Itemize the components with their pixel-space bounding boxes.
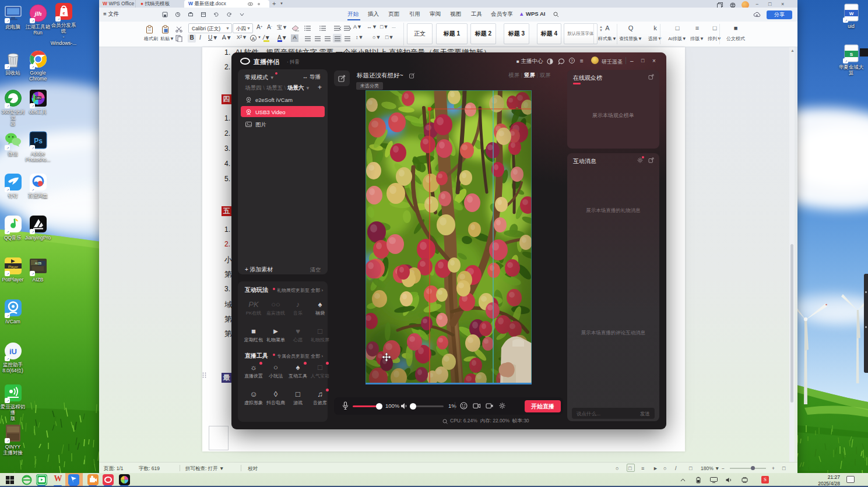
svg-text:Ps: Ps — [34, 137, 43, 145]
svg-text:OBS: OBS — [35, 97, 41, 100]
svg-text:iU: iU — [9, 347, 17, 356]
svg-text:W: W — [849, 11, 853, 16]
svg-text:e: e — [62, 10, 65, 16]
svg-text:S: S — [849, 52, 853, 57]
svg-text:jlh: jlh — [33, 10, 41, 17]
svg-text:Player: Player — [8, 265, 17, 269]
svg-text:AIZB: AIZB — [34, 262, 41, 265]
